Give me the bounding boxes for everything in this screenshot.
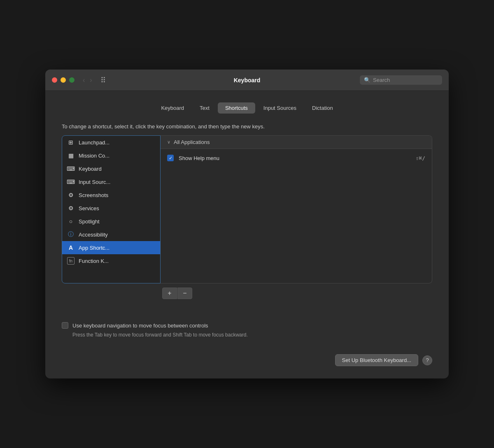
mission-control-icon: ▦ <box>67 152 75 159</box>
instruction-text: To change a shortcut, select it, click t… <box>62 123 432 130</box>
shortcut-keys-show-help-menu: ⇧⌘/ <box>416 155 425 161</box>
close-button[interactable] <box>52 77 57 83</box>
footer-section: Use keyboard navigation to move focus be… <box>62 316 432 338</box>
keyboard-nav-checkbox[interactable] <box>62 322 68 329</box>
services-icon: ⚙ <box>67 204 75 212</box>
function-keys-icon: fn <box>67 257 75 265</box>
window-title: Keyboard <box>234 77 261 84</box>
sidebar-label-accessibility: Accessibility <box>79 232 108 238</box>
main-panel: ⊞ Launchpad... ▦ Mission Co... ⌨ Keyboar… <box>62 135 432 283</box>
shortcuts-right-panel: ∨ All Applications ✓ Show Help menu ⇧⌘/ <box>161 135 432 283</box>
input-sources-icon: ⌨ <box>67 178 75 186</box>
main-content: Keyboard Text Shortcuts Input Sources Di… <box>45 91 449 378</box>
search-icon: 🔍 <box>364 77 370 83</box>
keyboard-nav-row: Use keyboard navigation to move focus be… <box>62 322 432 329</box>
keyboard-icon: ⌨ <box>67 165 75 172</box>
sidebar-item-keyboard[interactable]: ⌨ Keyboard <box>62 162 160 175</box>
sidebar-label-app-shortcuts: App Shortc... <box>79 245 110 251</box>
shortcut-name-show-help-menu: Show Help menu <box>179 155 411 161</box>
back-arrow[interactable]: ‹ <box>81 76 86 85</box>
shortcut-row-show-help-menu[interactable]: ✓ Show Help menu ⇧⌘/ <box>161 152 432 164</box>
sidebar-item-function-keys[interactable]: fn Function K... <box>62 254 160 267</box>
tab-dictation[interactable]: Dictation <box>305 102 340 114</box>
add-shortcut-button[interactable]: + <box>162 288 177 299</box>
sidebar-item-services[interactable]: ⚙ Services <box>62 202 160 215</box>
sidebar-label-mission-control: Mission Co... <box>79 153 110 159</box>
sidebar-label-input-sources: Input Sourc... <box>79 179 110 185</box>
launchpad-icon: ⊞ <box>67 139 75 146</box>
tab-keyboard[interactable]: Keyboard <box>154 102 191 114</box>
keyboard-window: ‹ › ⠿ Keyboard 🔍 Search Keyboard Text Sh… <box>45 70 449 378</box>
shortcuts-list: ✓ Show Help menu ⇧⌘/ <box>161 149 432 283</box>
nav-arrows: ‹ › <box>81 76 94 85</box>
tab-bar: Keyboard Text Shortcuts Input Sources Di… <box>62 102 432 114</box>
sidebar-label-spotlight: Spotlight <box>79 218 100 225</box>
forward-arrow[interactable]: › <box>88 76 93 85</box>
app-shortcuts-icon: A <box>67 244 75 251</box>
tab-shortcuts[interactable]: Shortcuts <box>218 102 255 114</box>
sidebar-item-input-sources[interactable]: ⌨ Input Sourc... <box>62 175 160 188</box>
bluetooth-keyboard-button[interactable]: Set Up Bluetooth Keyboard... <box>335 354 418 366</box>
accessibility-icon: ⓘ <box>67 231 75 238</box>
shortcuts-sidebar: ⊞ Launchpad... ▦ Mission Co... ⌨ Keyboar… <box>62 135 161 283</box>
traffic-lights <box>52 77 75 83</box>
right-panel-header: ∨ All Applications <box>161 136 432 149</box>
minimize-button[interactable] <box>61 77 66 83</box>
keyboard-nav-note: Press the Tab key to move focus forward … <box>72 332 432 338</box>
sidebar-item-spotlight[interactable]: ○ Spotlight <box>62 215 160 228</box>
bottom-row: Set Up Bluetooth Keyboard... ? <box>62 354 432 366</box>
checkmark-icon: ✓ <box>169 156 172 161</box>
right-panel-title: All Applications <box>174 139 210 145</box>
add-remove-buttons: + − <box>161 288 432 299</box>
sidebar-item-accessibility[interactable]: ⓘ Accessibility <box>62 228 160 241</box>
search-input[interactable]: Search <box>373 77 390 83</box>
sidebar-item-app-shortcuts[interactable]: A App Shortc... <box>62 241 160 254</box>
remove-shortcut-button[interactable]: − <box>177 288 192 299</box>
chevron-down-icon: ∨ <box>167 139 170 145</box>
shortcut-checkbox-show-help-menu[interactable]: ✓ <box>167 155 174 161</box>
sidebar-label-screenshots: Screenshots <box>79 192 108 198</box>
sidebar-item-launchpad[interactable]: ⊞ Launchpad... <box>62 136 160 149</box>
search-box[interactable]: 🔍 Search <box>360 75 442 85</box>
tab-input-sources[interactable]: Input Sources <box>256 102 304 114</box>
help-button[interactable]: ? <box>422 355 432 365</box>
titlebar: ‹ › ⠿ Keyboard 🔍 Search <box>45 70 449 91</box>
sidebar-label-launchpad: Launchpad... <box>79 139 110 146</box>
keyboard-nav-label: Use keyboard navigation to move focus be… <box>72 323 208 329</box>
tab-text[interactable]: Text <box>192 102 217 114</box>
sidebar-label-keyboard: Keyboard <box>79 166 102 172</box>
sidebar-label-services: Services <box>79 205 99 211</box>
sidebar-item-mission-control[interactable]: ▦ Mission Co... <box>62 149 160 162</box>
maximize-button[interactable] <box>69 77 75 83</box>
sidebar-item-screenshots[interactable]: ⚙ Screenshots <box>62 188 160 202</box>
sidebar-label-function-keys: Function K... <box>79 258 109 264</box>
grid-icon[interactable]: ⠿ <box>100 76 106 85</box>
screenshots-icon: ⚙ <box>67 191 75 199</box>
spotlight-icon: ○ <box>67 218 75 225</box>
